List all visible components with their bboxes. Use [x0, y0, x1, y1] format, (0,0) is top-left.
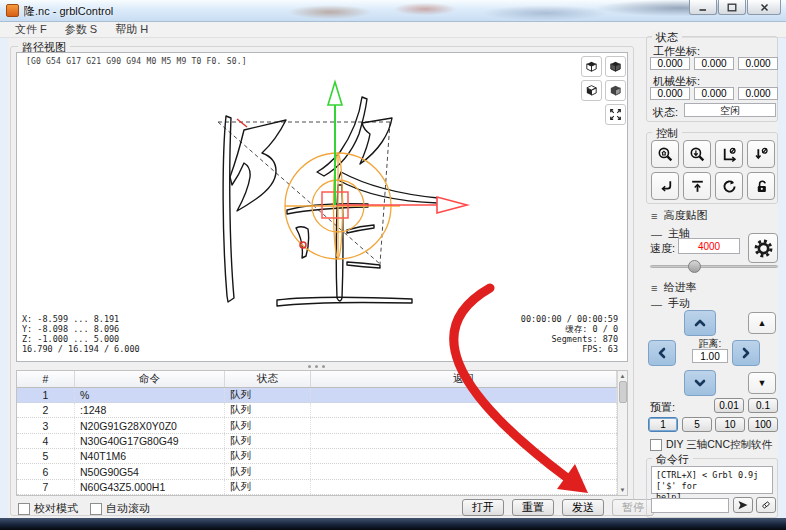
window-title: 隆.nc - grblControl: [24, 4, 113, 19]
restore-origin-icon[interactable]: [651, 172, 679, 200]
heightmap-section-header[interactable]: ≡ 高度贴图: [651, 208, 707, 223]
collapse-icon[interactable]: —: [651, 228, 662, 240]
autoscroll-checkbox[interactable]: 自动滚动: [90, 501, 150, 516]
reset-icon[interactable]: [715, 172, 743, 200]
diy-checkbox[interactable]: DIY 三轴CNC控制软件: [650, 438, 772, 452]
jog-section-header[interactable]: — 手动: [651, 296, 690, 311]
machine-x-field[interactable]: [650, 87, 690, 100]
control-buttons: [651, 140, 775, 200]
table-row[interactable]: 5N40T1M6队列: [17, 449, 617, 464]
collapse-icon[interactable]: —: [651, 298, 662, 310]
window-controls: [688, 0, 781, 15]
bounds-stats: X: -8.599 ... 8.191 Y: -8.098 ... 8.096 …: [22, 314, 140, 354]
state-value: 空闲: [684, 103, 776, 117]
minimize-button[interactable]: [689, 0, 717, 15]
view-bottom-button[interactable]: [605, 56, 626, 77]
view-top-button[interactable]: [581, 56, 602, 77]
splitter-handle[interactable]: [308, 365, 325, 368]
table-row[interactable]: 6N50G90G54队列: [17, 464, 617, 479]
jog-y-plus-button[interactable]: [684, 310, 716, 336]
work-y-field[interactable]: [694, 57, 734, 70]
spindle-speed-field[interactable]: [678, 238, 740, 254]
preset-100-button[interactable]: 100: [748, 417, 778, 432]
spindle-speed-slider[interactable]: [650, 265, 778, 268]
table-row[interactable]: 3N20G91G28X0Y0Z0队列: [17, 418, 617, 433]
state-label: 状态:: [653, 105, 678, 120]
collapse-icon[interactable]: ≡: [651, 210, 657, 222]
console-log: [CTRL+X] < Grbl 0.9j ['$' for help]: [651, 466, 773, 494]
work-x-field[interactable]: [650, 57, 690, 70]
jog-x-minus-button[interactable]: [648, 340, 676, 366]
toolpath-strokes: [223, 97, 438, 306]
z-axis-arrow: [328, 82, 342, 205]
zoom-home-icon[interactable]: [651, 140, 679, 168]
zoom-tool-icon[interactable]: [683, 140, 711, 168]
scroll-up-arrow-icon[interactable]: ▲: [618, 371, 628, 381]
checkbox-icon[interactable]: [90, 503, 102, 515]
work-z-field[interactable]: [738, 57, 778, 70]
send-button[interactable]: 发送: [562, 499, 604, 516]
preset-01-button[interactable]: 0.1: [748, 398, 778, 413]
view-isometric-button[interactable]: [605, 80, 626, 101]
menu-settings[interactable]: 参数 S: [56, 22, 106, 37]
table-row[interactable]: 7N60G43Z5.000H1队列: [17, 480, 617, 495]
jog-y-minus-button[interactable]: [684, 370, 716, 396]
preset-label: 预置:: [650, 400, 675, 415]
scrollbar-thumb[interactable]: [619, 381, 627, 403]
spindle-speed-label: 速度:: [650, 241, 675, 256]
preset-10-button[interactable]: 10: [715, 417, 745, 432]
window-left-border: [0, 38, 8, 518]
table-options: 校对模式 自动滚动: [18, 501, 150, 516]
zero-xy-icon[interactable]: [715, 140, 743, 168]
reset-file-button[interactable]: 重置: [512, 499, 554, 516]
jog-distance-field[interactable]: [692, 349, 728, 363]
checkbox-icon[interactable]: [650, 439, 662, 451]
checkbox-icon[interactable]: [18, 503, 30, 515]
zero-z-icon[interactable]: [747, 140, 775, 168]
open-button[interactable]: 打开: [462, 499, 504, 516]
table-row[interactable]: 4N30G40G17G80G49队列: [17, 434, 617, 449]
send-command-icon[interactable]: [733, 497, 753, 513]
window-bottom-frame: [0, 518, 786, 530]
app-icon: [6, 4, 19, 17]
status-group-title: 状态: [652, 30, 682, 45]
table-header: # 命令 状态 返回: [17, 371, 617, 388]
jog-z-plus-button[interactable]: ▲: [748, 312, 776, 334]
control-group-title: 控制: [652, 126, 682, 141]
title-bar: 隆.nc - grblControl: [0, 0, 786, 22]
console-group-title: 命令行: [652, 452, 693, 467]
preset-5-button[interactable]: 5: [682, 417, 712, 432]
highlight-segment: [237, 119, 247, 127]
table-scrollbar[interactable]: ▲ ▼: [617, 371, 627, 495]
command-table: # 命令 状态 返回 1%队列 2:1248队列 3N20G91G28X0Y0Z…: [16, 370, 628, 496]
slider-handle[interactable]: [688, 260, 701, 273]
view-buttons: [581, 56, 626, 125]
menu-file[interactable]: 文件 F: [6, 22, 56, 37]
table-row[interactable]: 2:1248队列: [17, 403, 617, 418]
unlock-icon[interactable]: [747, 172, 775, 200]
jog-z-minus-button[interactable]: ▼: [748, 372, 776, 394]
spindle-toggle-gear-icon[interactable]: [748, 233, 778, 263]
check-mode-checkbox[interactable]: 校对模式: [18, 501, 78, 516]
close-button[interactable]: [747, 0, 781, 15]
view-front-button[interactable]: [581, 80, 602, 101]
render-stats: 00:00:00 / 00:00:59 缓存: 0 / 0 Segments: …: [430, 314, 618, 354]
safe-position-icon[interactable]: [683, 172, 711, 200]
table-row[interactable]: 1%队列: [17, 388, 617, 403]
clear-console-icon[interactable]: [756, 497, 776, 513]
preset-1-button[interactable]: 1: [648, 417, 678, 432]
jog-x-plus-button[interactable]: [732, 340, 760, 366]
preset-001-button[interactable]: 0.01: [714, 398, 744, 413]
command-input[interactable]: [651, 498, 729, 513]
maximize-button[interactable]: [718, 0, 746, 15]
machine-z-field[interactable]: [738, 87, 778, 100]
window-right-border: [778, 38, 786, 518]
feedrate-section-header[interactable]: ≡ 给进率: [651, 280, 696, 295]
scroll-down-arrow-icon[interactable]: ▼: [618, 485, 628, 495]
menu-help[interactable]: 帮助 H: [106, 22, 157, 37]
collapse-icon[interactable]: ≡: [651, 282, 657, 294]
machine-y-field[interactable]: [694, 87, 734, 100]
fit-view-button[interactable]: [605, 104, 626, 125]
